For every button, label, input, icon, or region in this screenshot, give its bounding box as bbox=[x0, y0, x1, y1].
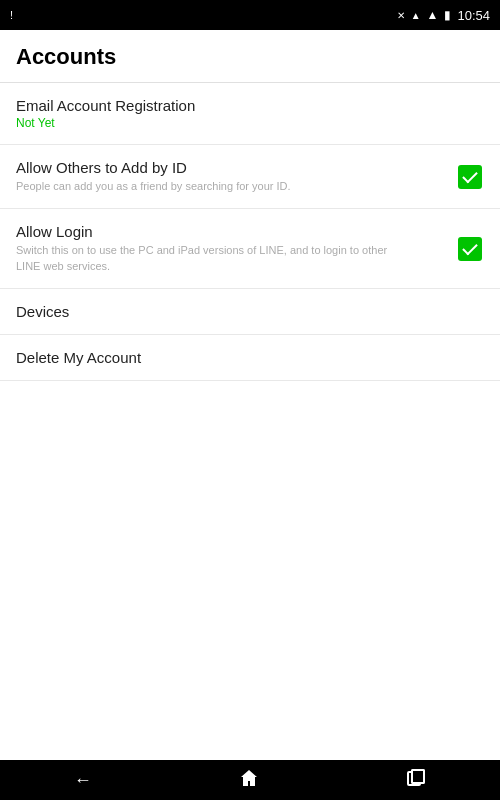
list-item-email-registration[interactable]: Email Account Registration Not Yet bbox=[0, 83, 500, 145]
allow-login-checkbox-checked-icon bbox=[458, 237, 482, 261]
allow-login-desc: Switch this on to use the PC and iPad ve… bbox=[16, 243, 396, 274]
list-item-delete-account[interactable]: Delete My Account bbox=[0, 335, 500, 381]
checkbox-checked-icon bbox=[458, 165, 482, 189]
recents-icon bbox=[406, 772, 426, 792]
page-header: Accounts bbox=[0, 30, 500, 83]
svg-rect-1 bbox=[412, 770, 424, 783]
back-icon: ← bbox=[74, 770, 92, 790]
list-item-content: Email Account Registration Not Yet bbox=[16, 97, 484, 130]
notification-icon: ! bbox=[10, 9, 13, 21]
delete-account-content: Delete My Account bbox=[16, 349, 484, 366]
wifi-icon: ▲ bbox=[427, 8, 439, 22]
allow-add-by-id-checkbox[interactable] bbox=[456, 163, 484, 191]
allow-add-by-id-desc: People can add you as a friend by search… bbox=[16, 179, 396, 194]
signal-icon: ▲ bbox=[411, 10, 421, 21]
email-registration-title: Email Account Registration bbox=[16, 97, 484, 114]
page-title: Accounts bbox=[16, 44, 484, 70]
email-registration-subtitle: Not Yet bbox=[16, 116, 484, 130]
home-icon bbox=[239, 772, 259, 792]
back-button[interactable]: ← bbox=[54, 764, 112, 797]
delete-account-title: Delete My Account bbox=[16, 349, 484, 366]
allow-login-checkbox[interactable] bbox=[456, 235, 484, 263]
devices-title: Devices bbox=[16, 303, 484, 320]
recents-button[interactable] bbox=[386, 762, 446, 799]
list-item-devices[interactable]: Devices bbox=[0, 289, 500, 335]
home-button[interactable] bbox=[219, 762, 279, 799]
allow-add-by-id-content: Allow Others to Add by ID People can add… bbox=[16, 159, 456, 194]
allow-add-by-id-title: Allow Others to Add by ID bbox=[16, 159, 456, 176]
mute-icon: ✕ bbox=[397, 10, 405, 21]
list-item-allow-add-by-id[interactable]: Allow Others to Add by ID People can add… bbox=[0, 145, 500, 209]
allow-login-title: Allow Login bbox=[16, 223, 456, 240]
nav-bar: ← bbox=[0, 760, 500, 800]
list-item-allow-login[interactable]: Allow Login Switch this on to use the PC… bbox=[0, 209, 500, 289]
allow-login-content: Allow Login Switch this on to use the PC… bbox=[16, 223, 456, 274]
devices-content: Devices bbox=[16, 303, 484, 320]
status-bar: ! ✕ ▲ ▲ ▮ 10:54 bbox=[0, 0, 500, 30]
battery-icon: ▮ bbox=[444, 8, 451, 22]
status-time: 10:54 bbox=[457, 8, 490, 23]
main-content: Accounts Email Account Registration Not … bbox=[0, 30, 500, 760]
